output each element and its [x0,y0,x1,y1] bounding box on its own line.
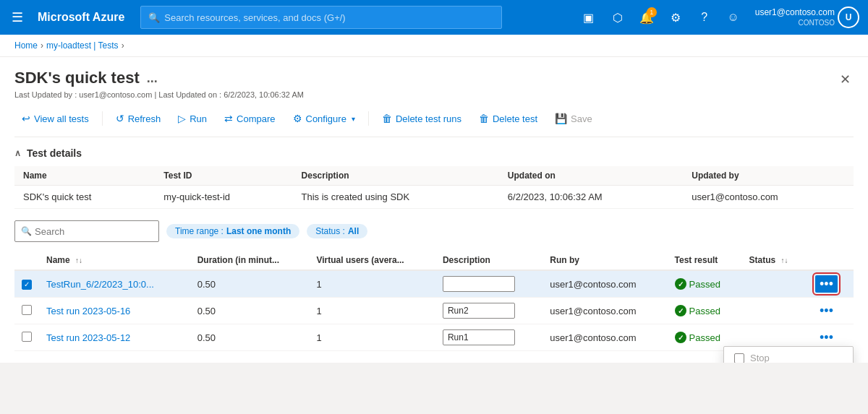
runs-col-checkbox [14,251,39,270]
search-icon: 🔍 [148,12,160,23]
title-ellipsis-button[interactable]: ... [147,71,158,86]
run-name-link[interactable]: Test run 2023-05-16 [46,306,130,316]
delete-test-icon: 🗑 [479,113,489,124]
breadcrumb-home[interactable]: Home [14,40,38,51]
breadcrumb: Home › my-loadtest | Tests › [0,35,868,57]
feedback-icon[interactable]: ☺ [720,4,746,30]
run-name-cell: TestRun_6/2/2023_10:0... [39,270,190,298]
run-description-input[interactable] [443,329,515,345]
runs-search-wrap: 🔍 [14,220,159,242]
run-name-link[interactable]: TestRun_6/2/2023_10:0... [46,279,154,290]
runs-search-input[interactable] [35,226,153,237]
compare-button[interactable]: ⇄ Compare [217,109,282,128]
page-title: SDK's quick test ... [14,69,304,87]
run-description-cell [435,324,542,351]
details-col-name: Name [14,166,155,186]
run-virtual-users-cell: 1 [309,324,435,351]
runs-col-status[interactable]: Status ↑↓ [742,251,808,270]
details-col-description: Description [293,166,499,186]
close-button[interactable]: ✕ [837,69,854,90]
runs-col-description: Description [435,251,542,270]
run-description-cell [435,298,542,324]
global-search-input[interactable] [164,12,494,23]
configure-chevron-icon: ▾ [352,115,355,123]
view-all-tests-button[interactable]: ↩ View all tests [14,109,96,128]
runs-col-actions [808,251,854,270]
org-label: CONTOSO [755,18,835,27]
runs-col-duration: Duration (in minut... [190,251,310,270]
row-more-button[interactable]: ••• [815,275,838,293]
run-test-result-cell: Passed [668,298,742,324]
main-content: SDK's quick test ... Last Updated by : u… [0,57,868,363]
table-row: ✓TestRun_6/2/2023_10:0...0.501user1@cont… [14,270,854,298]
cloud-shell-icon[interactable]: ⬡ [605,4,631,30]
test-details-section-header[interactable]: ∧ Test details [14,137,854,166]
run-description-input[interactable] [443,276,515,292]
status-filter[interactable]: Status : All [307,224,367,238]
status-badge: Passed [675,305,735,316]
toolbar: ↩ View all tests ↺ Refresh ▷ Run ⇄ Compa… [14,109,854,137]
details-updated-on-cell: 6/2/2023, 10:06:32 AM [499,186,683,209]
run-name-link[interactable]: Test run 2023-05-12 [46,332,130,343]
terminal-icon[interactable]: ▣ [576,4,602,30]
run-button[interactable]: ▷ Run [171,109,214,128]
details-header-row: Name Test ID Description Updated on Upda… [14,166,854,186]
refresh-icon: ↺ [116,113,124,124]
details-data-row: SDK's quick test my-quick-test-id This i… [14,186,854,209]
settings-icon[interactable]: ⚙ [663,4,689,30]
nav-icon-group: ▣ ⬡ 🔔 1 ⚙ ? ☺ user1@contoso.com CONTOSO … [576,4,859,30]
details-updated-by-cell: user1@contoso.com [683,186,854,209]
user-avatar[interactable]: U [838,7,859,28]
run-duration-cell: 0.50 [190,324,310,351]
details-description-cell: This is created using SDK [293,186,499,209]
notifications-icon[interactable]: 🔔 1 [634,4,660,30]
delete-test-button[interactable]: 🗑 Delete test [472,109,545,128]
help-icon[interactable]: ? [692,4,718,30]
row-more-button[interactable]: ••• [815,302,838,319]
run-description-input[interactable] [443,303,515,319]
save-icon: 💾 [555,113,567,124]
configure-button[interactable]: ⚙ Configure ▾ [286,109,362,128]
run-name-cell: Test run 2023-05-12 [39,324,190,351]
save-button[interactable]: 💾 Save [548,109,600,128]
run-name-cell: Test run 2023-05-16 [39,298,190,324]
table-row: Test run 2023-05-160.501user1@contoso.co… [14,298,854,324]
runs-col-name[interactable]: Name ↑↓ [39,251,190,270]
page-header: SDK's quick test ... Last Updated by : u… [14,69,854,99]
status-badge: Passed [675,278,735,290]
configure-icon: ⚙ [293,113,302,124]
details-col-testid: Test ID [155,166,292,186]
notification-badge: 1 [647,7,657,17]
status-sort-icon: ↑↓ [781,256,788,264]
run-by-cell: user1@contoso.com [542,298,667,324]
username-label: user1@contoso.com [755,7,835,19]
page-title-section: SDK's quick test ... Last Updated by : u… [14,69,304,99]
run-actions-cell: ••• [808,298,854,324]
run-by-cell: user1@contoso.com [542,324,667,351]
time-range-filter[interactable]: Time range : Last one month [166,224,299,238]
status-badge: Passed [675,332,735,343]
runs-table: Name ↑↓ Duration (in minut... Virtual us… [14,251,854,351]
refresh-button[interactable]: ↺ Refresh [109,109,169,128]
breadcrumb-loadtest[interactable]: my-loadtest | Tests [46,40,119,51]
hamburger-menu[interactable]: ☰ [9,7,26,28]
app-logo: Microsoft Azure [38,11,124,24]
breadcrumb-separator-2: › [122,40,124,51]
toolbar-separator-2 [368,111,369,126]
breadcrumb-separator-1: › [41,40,43,51]
delete-test-runs-button[interactable]: 🗑 Delete test runs [375,109,469,128]
row-more-button[interactable]: ••• [815,329,838,346]
delete-runs-icon: 🗑 [382,113,392,124]
run-actions-cell: ••• [808,270,854,298]
details-testid-cell: my-quick-test-id [155,186,292,209]
context-menu-stop[interactable]: Stop [724,347,853,363]
details-col-updated-by: Updated by [683,166,854,186]
row-checkbox[interactable] [22,305,32,315]
runs-toolbar: 🔍 Time range : Last one month Status : A… [14,220,854,242]
row-checkbox[interactable] [22,332,32,342]
runs-col-test-result: Test result [668,251,742,270]
row-checkbox[interactable]: ✓ [22,280,32,290]
run-duration-cell: 0.50 [190,298,310,324]
test-details-table: Name Test ID Description Updated on Upda… [14,166,854,209]
name-sort-icon: ↑↓ [75,256,82,264]
